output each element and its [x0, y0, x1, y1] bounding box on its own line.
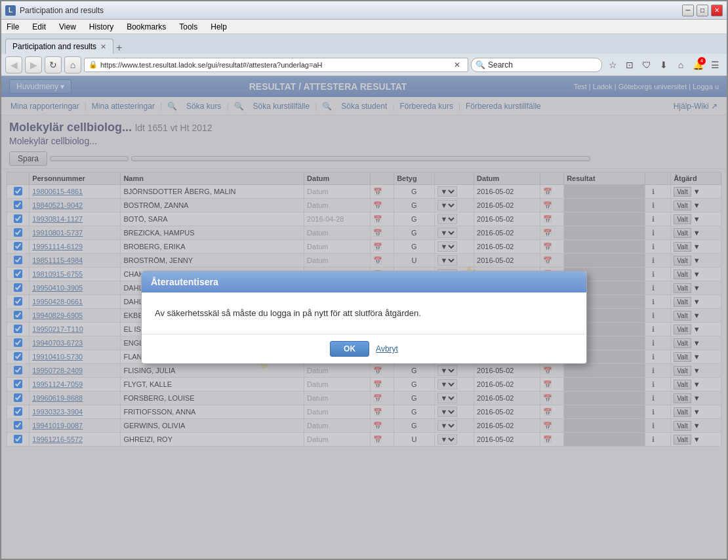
- modal-message: Av säkerhetsskäl så måste du logga in på…: [155, 308, 421, 318]
- menu-file[interactable]: File: [4, 21, 22, 33]
- menu-history[interactable]: History: [87, 21, 116, 33]
- bookmark-icon[interactable]: ⊡: [622, 57, 637, 73]
- address-bar[interactable]: 🔒 https://www.test.resultat.ladok.se/gui…: [84, 58, 468, 72]
- url-text: https://www.test.resultat.ladok.se/gui/r…: [100, 61, 448, 69]
- maximize-button[interactable]: □: [697, 5, 708, 16]
- notifications-icon[interactable]: 🔔 4: [690, 57, 706, 73]
- minimize-button[interactable]: ─: [682, 5, 694, 16]
- tab-bar: Participation and results ✕ +: [1, 34, 727, 54]
- close-button[interactable]: ✕: [711, 5, 723, 16]
- browser-nav-icons: ☆ ⊡ 🛡 ⬇ ⌂ 🔔 4 ☰: [605, 57, 723, 73]
- bookmark-star-icon[interactable]: ☆: [605, 57, 620, 73]
- forward-button[interactable]: ▶: [25, 56, 42, 73]
- menu-view[interactable]: View: [56, 21, 79, 33]
- search-icon: 🔍: [475, 60, 485, 70]
- back-button[interactable]: ◀: [5, 56, 22, 73]
- window-controls: ─ □ ✕: [682, 5, 723, 16]
- download-icon[interactable]: ⬇: [656, 57, 672, 73]
- shield-icon[interactable]: 🛡: [639, 57, 655, 73]
- lock-icon: 🔒: [89, 60, 98, 69]
- search-bar[interactable]: 🔍 Search: [471, 58, 602, 72]
- notification-badge: 4: [698, 57, 706, 65]
- tab-label: Participation and results: [12, 42, 96, 51]
- modal-overlay: Återautentisera Av säkerhetsskäl så måst…: [1, 76, 727, 559]
- refresh-button[interactable]: ↻: [45, 56, 62, 73]
- modal-header: Återautentisera: [142, 271, 586, 292]
- new-tab-button[interactable]: +: [116, 42, 122, 54]
- menu-edit[interactable]: Edit: [30, 21, 49, 33]
- modal-dialog: Återautentisera Av säkerhetsskäl så måst…: [141, 271, 587, 364]
- app-content: Huvudmeny ▾ RESULTAT / ATTESTERA RESULTA…: [1, 76, 727, 559]
- modal-cancel-button[interactable]: Avbryt: [376, 344, 398, 353]
- menu-icon[interactable]: ☰: [707, 57, 723, 73]
- menu-bar: File Edit View History Bookmarks Tools H…: [1, 20, 727, 34]
- active-tab[interactable]: Participation and results ✕: [5, 39, 113, 54]
- search-input[interactable]: Search: [488, 60, 597, 70]
- menu-help[interactable]: Help: [208, 21, 230, 33]
- home-button[interactable]: ⌂: [64, 56, 81, 73]
- window-title: Participation and results: [20, 6, 682, 15]
- nav-bar: ◀ ▶ ↻ ⌂ 🔒 https://www.test.resultat.lado…: [1, 54, 727, 76]
- modal-title: Återautentisera: [151, 277, 218, 287]
- modal-ok-button[interactable]: OK: [330, 341, 369, 357]
- browser-icon: L: [5, 5, 16, 16]
- menu-tools[interactable]: Tools: [176, 21, 200, 33]
- title-bar: L Participation and results ─ □ ✕: [1, 1, 727, 20]
- modal-footer: OK Avbryt: [142, 334, 586, 363]
- tab-close-icon[interactable]: ✕: [100, 43, 106, 51]
- reload-icon[interactable]: ✕: [451, 58, 464, 71]
- browser-frame: L Participation and results ─ □ ✕ File E…: [0, 0, 728, 560]
- modal-body: Av säkerhetsskäl så måste du logga in på…: [142, 292, 586, 334]
- home-nav-icon[interactable]: ⌂: [673, 57, 689, 73]
- menu-bookmarks[interactable]: Bookmarks: [124, 21, 169, 33]
